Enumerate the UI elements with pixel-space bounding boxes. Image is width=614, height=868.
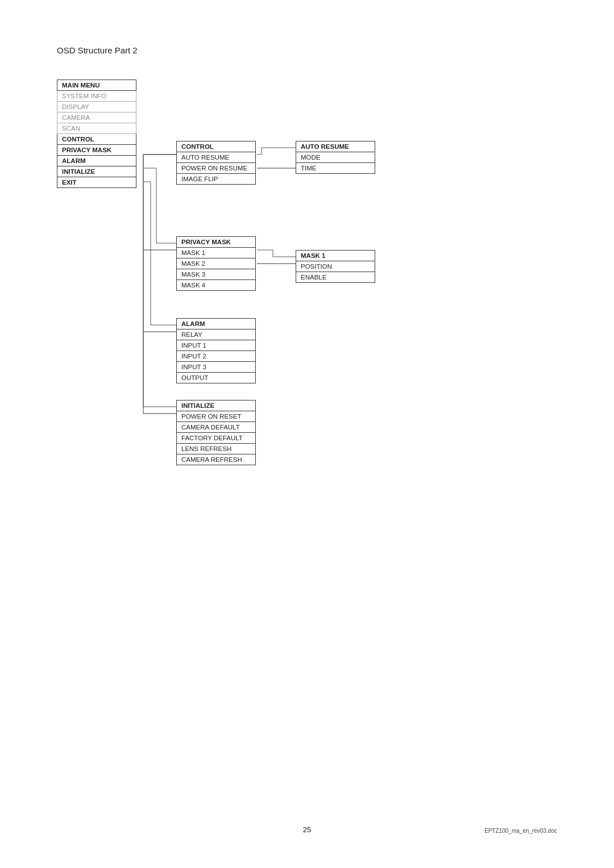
- col2-input3: INPUT 3: [176, 362, 256, 373]
- menu-control: CONTROL: [57, 134, 136, 145]
- col3-autoresume-group: AUTO RESUME MODE TIME: [296, 141, 375, 174]
- col2-power-on-reset: POWER ON RESET: [176, 411, 256, 422]
- col2-power-on-resume: POWER ON RESUME: [176, 163, 256, 174]
- col2-control-header: CONTROL: [176, 141, 256, 152]
- menu-camera: CAMERA: [57, 112, 136, 123]
- menu-privacy-mask: PRIVACY MASK: [57, 145, 136, 156]
- col2-control-group: CONTROL AUTO RESUME POWER ON RESUME IMAG…: [176, 141, 256, 185]
- col3-mask-group: MASK 1 POSITION ENABLE: [296, 250, 375, 283]
- col3-mask-header: MASK 1: [296, 250, 375, 261]
- col2-input1: INPUT 1: [176, 340, 256, 351]
- col2-alarm-group: ALARM RELAY INPUT 1 INPUT 2 INPUT 3 OUTP…: [176, 318, 256, 383]
- page-number: 25: [303, 825, 311, 834]
- col2-image-flip: IMAGE FLIP: [176, 174, 256, 185]
- col2-lens-refresh: LENS REFRESH: [176, 444, 256, 454]
- col2-mask3: MASK 3: [176, 269, 256, 280]
- menu-main-menu: MAIN MENU: [57, 80, 136, 91]
- footer-doc: EPTZ100_ma_en_rev03.doc: [484, 828, 557, 834]
- menu-exit: EXIT: [57, 177, 136, 188]
- col2-factory-default: FACTORY DEFAULT: [176, 433, 256, 444]
- col2-camera-refresh: CAMERA REFRESH: [176, 454, 256, 465]
- col2-mask1: MASK 1: [176, 248, 256, 258]
- col2-alarm-header: ALARM: [176, 318, 256, 329]
- menu-system-info: SYSTEM INFO: [57, 91, 136, 102]
- col3-enable: ENABLE: [296, 272, 375, 283]
- menu-alarm: ALARM: [57, 156, 136, 166]
- col3-autoresume-header: AUTO RESUME: [296, 141, 375, 152]
- col2-initialize-group: INITIALIZE POWER ON RESET CAMERA DEFAULT…: [176, 400, 256, 465]
- col2-initialize-header: INITIALIZE: [176, 400, 256, 411]
- col2-camera-default: CAMERA DEFAULT: [176, 422, 256, 433]
- col2-privacy-header: PRIVACY MASK: [176, 236, 256, 248]
- col2-relay: RELAY: [176, 329, 256, 340]
- menu-scan: SCAN: [57, 123, 136, 134]
- col2-mask4: MASK 4: [176, 280, 256, 291]
- page-title: OSD Structure Part 2: [57, 45, 138, 55]
- col2-auto-resume: AUTO RESUME: [176, 152, 256, 163]
- menu-initialize: INITIALIZE: [57, 166, 136, 177]
- col3-time: TIME: [296, 163, 375, 174]
- col3-position: POSITION: [296, 261, 375, 272]
- col1-menu: MAIN MENU SYSTEM INFO DISPLAY CAMERA SCA…: [57, 80, 136, 188]
- col3-mode: MODE: [296, 152, 375, 163]
- col2-mask2: MASK 2: [176, 258, 256, 269]
- menu-display: DISPLAY: [57, 102, 136, 112]
- col2-output: OUTPUT: [176, 373, 256, 383]
- col2-input2: INPUT 2: [176, 351, 256, 362]
- col2-privacy-group: PRIVACY MASK MASK 1 MASK 2 MASK 3 MASK 4: [176, 236, 256, 291]
